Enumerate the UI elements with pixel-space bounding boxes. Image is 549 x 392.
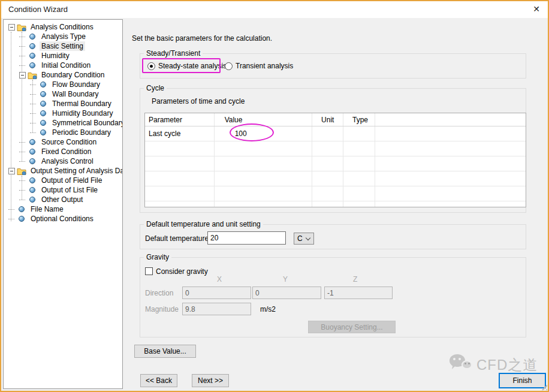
next-button[interactable]: Next >>	[192, 374, 229, 387]
expand-toggle[interactable]	[8, 22, 17, 32]
folder-icon	[17, 22, 26, 32]
tree-item[interactable]: File Name	[4, 204, 122, 214]
finish-button[interactable]: Finish	[499, 373, 546, 388]
collapse-minus-icon[interactable]	[8, 168, 15, 174]
base-value-button[interactable]: Base Value...	[134, 345, 196, 358]
instruction-text: Set the basic parameters for the calcula…	[132, 34, 272, 43]
tree-item[interactable]: Output of Field File	[4, 176, 122, 185]
table-cell[interactable]	[375, 126, 526, 141]
tree-item[interactable]: Fixed Condition	[4, 147, 122, 156]
collapse-minus-icon[interactable]	[8, 24, 15, 31]
tree-item-label[interactable]: File Name	[29, 204, 65, 214]
tree-item[interactable]: Boundary Condition	[4, 70, 122, 80]
radio-transient[interactable]: Transient analysis	[225, 62, 293, 70]
tree-item-label[interactable]: Flow Boundary	[50, 80, 102, 89]
tree-item[interactable]: Optional Conditions	[4, 214, 122, 224]
tree-item-label[interactable]: Humidity Boundary	[50, 108, 114, 118]
node-icon	[28, 195, 37, 204]
temperature-unit-select[interactable]: C	[294, 233, 314, 245]
table-cell[interactable]	[343, 126, 375, 141]
tree-item-label[interactable]: Output of Field File	[40, 176, 104, 185]
tree-item-label[interactable]: Fixed Condition	[40, 147, 93, 156]
tree-item-label[interactable]: Wall Boundary	[50, 89, 101, 99]
tree-item-label[interactable]: Optional Conditions	[29, 214, 95, 224]
tree-item-label[interactable]: Analysis Conditions	[29, 22, 95, 32]
close-icon[interactable]: ✕	[533, 4, 540, 14]
tree-item-label[interactable]: Basic Setting	[40, 41, 85, 51]
tree-connector	[30, 89, 38, 99]
table-header-cell: Type	[343, 113, 375, 126]
tree-connector	[19, 32, 28, 41]
collapse-minus-icon[interactable]	[19, 72, 26, 79]
table-cell	[375, 141, 526, 156]
tree-item[interactable]: Output Setting of Analysis Data	[4, 166, 122, 176]
expand-toggle[interactable]	[19, 70, 28, 80]
tree-item[interactable]: Initial Condition	[4, 61, 122, 70]
table-cell	[145, 156, 215, 171]
default-temperature-input[interactable]	[207, 231, 286, 245]
tree-connector	[19, 195, 28, 204]
tree-item[interactable]: Thermal Boundary	[4, 99, 122, 108]
table-cell	[343, 186, 375, 201]
table-cell	[312, 141, 343, 156]
tree-connector	[19, 147, 28, 156]
tree-item-label[interactable]: Analysis Control	[40, 156, 95, 166]
watermark: CFD之道	[448, 353, 538, 375]
parameters-table-label: Parameters of time and cycle	[152, 97, 245, 105]
table-cell	[215, 171, 313, 186]
tree-item[interactable]: Humidity Boundary	[4, 108, 122, 118]
tree-item-label[interactable]: Thermal Boundary	[50, 99, 113, 108]
parameters-table: ParameterValueUnitTypeLast cycle100	[144, 113, 526, 207]
tree-item-label[interactable]: Output Setting of Analysis Data	[29, 166, 123, 176]
tree-item[interactable]: Basic Setting	[4, 41, 122, 51]
table-header-cell: Unit	[312, 113, 343, 126]
tree-item-label[interactable]: Other Output	[40, 195, 85, 204]
consider-gravity-checkbox[interactable]	[145, 267, 153, 275]
axis-label-x: X	[217, 275, 222, 284]
table-row	[145, 201, 526, 207]
default-temperature-label: Default temperature	[145, 234, 209, 243]
node-icon	[28, 61, 37, 70]
tree-item[interactable]: Other Output	[4, 195, 122, 204]
tree-item-label[interactable]: Symmetrical Boundary	[50, 118, 123, 128]
table-row	[145, 141, 526, 156]
table-cell[interactable]	[312, 126, 343, 141]
node-icon	[17, 204, 26, 214]
tree-item[interactable]: Output of List File	[4, 185, 122, 195]
tree-item[interactable]: Analysis Control	[4, 156, 122, 166]
table-row	[145, 156, 526, 171]
tree-item-label[interactable]: Humidity	[40, 51, 71, 61]
node-icon	[17, 214, 26, 224]
tree-item[interactable]: Wall Boundary	[4, 89, 122, 99]
tree-item[interactable]: Symmetrical Boundary	[4, 118, 122, 128]
back-button[interactable]: << Back	[140, 374, 177, 387]
tree-item[interactable]: Source Condition	[4, 137, 122, 147]
table-cell	[215, 141, 313, 156]
tree-item-label[interactable]: Source Condition	[40, 137, 98, 147]
tree-item[interactable]: Flow Boundary	[4, 80, 122, 89]
tree-item[interactable]: Humidity	[4, 51, 122, 61]
node-icon	[28, 176, 37, 185]
gravity-group-label: Gravity	[144, 253, 171, 261]
tree-connector	[30, 118, 38, 128]
tree-item-label[interactable]: Initial Condition	[40, 61, 92, 70]
radio-icon[interactable]	[225, 62, 233, 70]
table-cell	[215, 156, 313, 171]
magnitude-input	[182, 303, 251, 315]
table-header-cell: Parameter	[145, 113, 215, 126]
expand-toggle[interactable]	[8, 166, 17, 176]
tree-item[interactable]: Periodic Boundary	[4, 128, 122, 137]
node-icon	[28, 185, 37, 195]
window-title: Condition Wizard	[8, 5, 68, 14]
tree-item-label[interactable]: Output of List File	[40, 185, 99, 195]
table-cell[interactable]: Last cycle	[145, 126, 215, 141]
tree-item-label[interactable]: Periodic Boundary	[50, 128, 113, 137]
tree-item-label[interactable]: Analysis Type	[40, 32, 88, 41]
dialog-body: Analysis ConditionsAnalysis TypeBasic Se…	[1, 18, 548, 391]
tree-connector	[19, 41, 28, 51]
tree-item-label[interactable]: Boundary Condition	[40, 70, 106, 80]
tree-item[interactable]: Analysis Type	[4, 32, 122, 41]
tree-connector	[8, 204, 17, 214]
wechat-logo-icon	[448, 353, 473, 375]
tree-item[interactable]: Analysis Conditions	[4, 22, 122, 32]
